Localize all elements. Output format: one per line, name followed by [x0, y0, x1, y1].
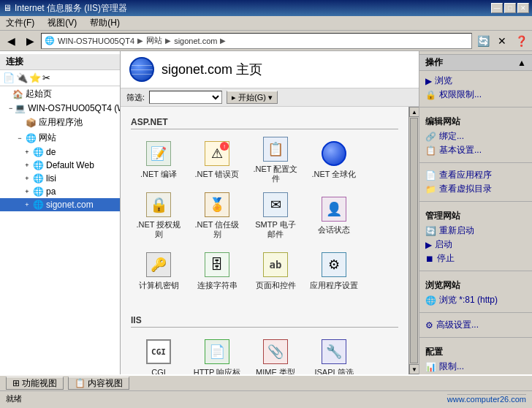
action-viewdirs[interactable]: 📁 查看虚拟目录	[425, 182, 526, 196]
start-icon: ▶	[425, 240, 432, 250]
stop-button[interactable]: ✕	[494, 33, 510, 49]
mime-label: MIME 类型	[256, 368, 295, 374]
de-icon: 🌐	[33, 147, 44, 157]
action-restart[interactable]: 🔄 重新启动	[425, 224, 526, 238]
filter-start-btn[interactable]: ▸ 开始(G) ▾	[227, 91, 278, 104]
sep-2	[419, 162, 532, 163]
icon-session[interactable]: 👤 会话状态	[306, 189, 362, 242]
bind-icon: 🔗	[425, 132, 436, 142]
lisi-icon: 🌐	[33, 173, 44, 184]
status-text: 就绪	[6, 393, 22, 404]
center-scrollbar[interactable]: ▲ ▼	[408, 107, 419, 374]
status-bar: 就绪 www.computer26.com	[0, 390, 532, 407]
icon-machinekey[interactable]: 🔑 计算机密钥	[131, 245, 186, 298]
auth-icon: 🔒	[146, 192, 171, 217]
tree-btn-connect[interactable]: 🔌	[16, 72, 28, 83]
icon-http[interactable]: 📄 HTTP 响应标	[189, 332, 245, 374]
titlebar-controls: — □ ✕	[491, 3, 529, 13]
tree-item-de[interactable]: + 🌐 de	[0, 146, 120, 159]
action-section-view: 📄 查看应用程序 📁 查看虚拟目录	[419, 165, 532, 199]
basicsettings-label: 基本设置...	[439, 144, 482, 156]
sep-1	[419, 107, 532, 107]
toolbar: ◀ ▶ 🌐 WIN-OS7HUO05QT4 ▶ 网站 ▶ sigonet.com…	[0, 31, 532, 51]
icon-smtp[interactable]: ✉ SMTP 电子邮件	[248, 189, 303, 242]
filter-select[interactable]	[149, 91, 222, 104]
icon-appsettings[interactable]: ⚙ 应用程序设置	[306, 245, 362, 298]
close-button[interactable]: ✕	[517, 3, 529, 13]
tree-toggle-server: −	[9, 105, 12, 112]
tree-btn-new[interactable]: 📄	[3, 72, 15, 83]
tree-item-server[interactable]: − 💻 WIN-OS7HUO05QT4 (W	[0, 102, 120, 115]
help-button[interactable]: ❓	[513, 33, 529, 49]
tree-item-lisi[interactable]: + 🌐 lisi	[0, 172, 120, 185]
icon-isapi[interactable]: 🔧 ISAPI 筛选	[306, 332, 362, 374]
aspnet-section: ASP.NET 📝 .NET 编译 ⚠	[125, 111, 404, 309]
icon-cgi[interactable]: CGI CGI	[131, 332, 186, 374]
tree-label-de: de	[46, 147, 56, 157]
icon-auth[interactable]: 🔒 .NET 授权规则	[131, 189, 186, 242]
tree-label-defaultweb: Default Web	[46, 160, 94, 170]
icon-net-error[interactable]: ⚠ ! .NET 错误页	[189, 134, 245, 186]
tree-toggle-sites: −	[16, 135, 23, 142]
action-viewapps[interactable]: 📄 查看应用程序	[425, 168, 526, 182]
scroll-thumb[interactable]	[410, 118, 418, 363]
refresh-button[interactable]: 🔄	[475, 33, 491, 49]
tree-item-pa[interactable]: + 🌐 pa	[0, 185, 120, 198]
maximize-button[interactable]: □	[504, 3, 516, 13]
actions-header[interactable]: 操作 ▲	[419, 54, 532, 71]
menu-file[interactable]: 文件(F)	[3, 15, 37, 31]
action-browse-http[interactable]: 🌐 浏览 *:81 (http)	[425, 293, 526, 307]
icon-net-global[interactable]: .NET 全球化	[306, 134, 362, 186]
tree-item-home[interactable]: 🏠 起始页	[0, 86, 120, 102]
tree-item-defaultweb[interactable]: + 🌐 Default Web	[0, 159, 120, 172]
icon-trust[interactable]: 🏅 .NET 信任级别	[189, 189, 245, 242]
action-advancedsettings[interactable]: ⚙ 高级设置...	[425, 318, 526, 332]
smtp-label: SMTP 电子邮件	[251, 220, 300, 239]
tree-item-sites[interactable]: − 🌐 网站	[0, 130, 120, 146]
icon-net-config[interactable]: 📋 .NET 配置文件	[248, 134, 303, 186]
center-panel: sigonet.com 主页 筛选: ▸ 开始(G) ▾ ASP.NET 📝	[121, 51, 419, 374]
manage-title: 管理网站	[425, 210, 526, 222]
net-global-icon	[322, 141, 346, 166]
mime-icon: 📎	[263, 339, 288, 364]
funcview-btn[interactable]: ⊞ 功能视图	[6, 377, 64, 390]
action-permissions[interactable]: 🔒 权限限制...	[425, 88, 526, 102]
action-section-config: 配置 📊 限制...	[419, 340, 532, 374]
tree-item-sigonet[interactable]: + 🌐 sigonet.com	[0, 198, 120, 211]
action-browse[interactable]: ▶ 浏览	[425, 74, 526, 88]
action-start[interactable]: ▶ 启动	[425, 238, 526, 252]
connections-header: 连接	[0, 54, 120, 70]
action-basicsettings[interactable]: 📋 基本设置...	[425, 143, 526, 157]
action-limits[interactable]: 📊 限制...	[425, 360, 526, 374]
home-icon: 🏠	[12, 89, 23, 99]
tree-label-pa: pa	[46, 186, 56, 197]
tree-item-apppool[interactable]: 📦 应用程序池	[0, 115, 120, 130]
icon-pages[interactable]: ab 页面和控件	[248, 245, 303, 298]
net-error-label: .NET 错误页	[195, 170, 240, 179]
minimize-button[interactable]: —	[491, 3, 503, 13]
contentview-btn[interactable]: 📋 内容视图	[68, 377, 129, 390]
aspnet-icons-grid: 📝 .NET 编译 ⚠ ! .NET 错误页	[131, 134, 398, 298]
action-section-advanced: ⚙ 高级设置...	[419, 315, 532, 335]
sites-icon: 🌐	[26, 133, 37, 143]
pa-icon: 🌐	[33, 186, 44, 197]
forward-button[interactable]: ▶	[22, 33, 38, 49]
cgi-label: CGI	[151, 368, 166, 374]
browse-label: 浏览	[435, 75, 452, 87]
tree-btn-star[interactable]: ⭐	[29, 72, 41, 83]
tree-btn-delete[interactable]: ✂	[42, 72, 50, 83]
action-stop[interactable]: ⏹ 停止	[425, 252, 526, 265]
scroll-down-btn[interactable]: ▼	[409, 364, 419, 374]
machinekey-icon: 🔑	[146, 252, 171, 277]
menu-view[interactable]: 视图(V)	[45, 15, 80, 31]
icon-net-edit[interactable]: 📝 .NET 编译	[131, 134, 186, 186]
icon-connstr[interactable]: 🗄 连接字符串	[189, 245, 245, 298]
scroll-up-btn[interactable]: ▲	[409, 107, 419, 117]
address-part-3: sigonet.com	[174, 37, 217, 45]
menu-help[interactable]: 帮助(H)	[87, 15, 123, 31]
icon-mime[interactable]: 📎 MIME 类型	[248, 332, 303, 374]
back-button[interactable]: ◀	[3, 33, 19, 49]
http-icon: 📄	[205, 339, 229, 364]
action-bind[interactable]: 🔗 绑定...	[425, 129, 526, 143]
iis-icons-grid: CGI CGI 📄 HTTP 响应标 📎	[131, 332, 398, 374]
